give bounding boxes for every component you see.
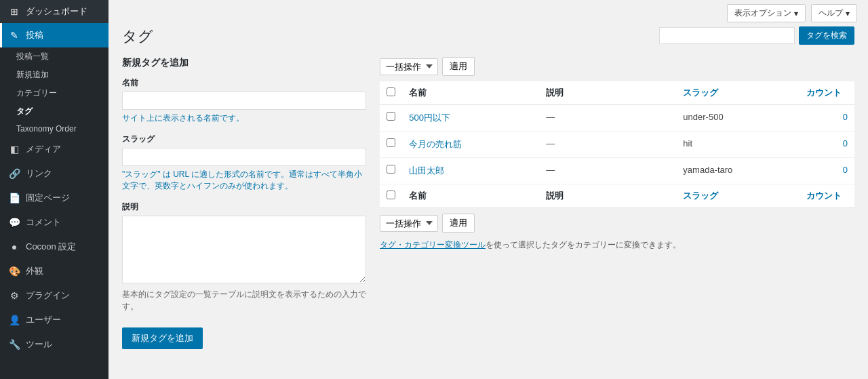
sidebar: ⊞ ダッシュボード ✎ 投稿 投稿一覧 新規追加 カテゴリー タグ Taxono…	[0, 0, 108, 379]
top-bar: 表示オプション ▾ ヘルプ ▾	[108, 0, 868, 26]
tools-icon: 🔧	[8, 339, 20, 350]
tag-name-link[interactable]: 今月の売れ筋	[409, 139, 462, 149]
bulk-action-select-top[interactable]: 一括操作 削除	[380, 58, 438, 75]
sidebar-sub-category[interactable]: カテゴリー	[0, 84, 108, 102]
table-row: 山田太郎 — yamada-taro 0	[380, 158, 854, 184]
row-description-cell: —	[539, 132, 676, 158]
media-icon: ◧	[8, 144, 20, 155]
sidebar-item-posts[interactable]: ✎ 投稿	[0, 23, 108, 47]
col-footer-slug: スラッグ	[676, 184, 800, 208]
slug-input[interactable]	[122, 148, 366, 166]
count-sort-link-footer[interactable]: カウント	[806, 191, 842, 201]
col-header-name: 名前	[402, 81, 539, 105]
links-icon: 🔗	[8, 168, 20, 179]
col-header-slug: スラッグ	[676, 81, 800, 105]
row-checkbox-cell	[380, 132, 402, 158]
submit-add-tag-button[interactable]: 新規タグを追加	[122, 327, 203, 349]
bulk-apply-button-bottom[interactable]: 適用	[442, 214, 475, 233]
row-description-cell: —	[539, 158, 676, 184]
sidebar-item-tools[interactable]: 🔧 ツール	[0, 332, 108, 357]
tag-name-link[interactable]: 500円以下	[409, 113, 450, 123]
sidebar-item-label: コメント	[26, 216, 61, 228]
display-options-button[interactable]: 表示オプション ▾	[727, 4, 806, 22]
row-name-cell: 山田太郎	[402, 158, 539, 184]
sidebar-item-media[interactable]: ◧ メディア	[0, 137, 108, 161]
select-all-footer	[380, 184, 402, 208]
bulk-apply-button-top[interactable]: 適用	[442, 57, 475, 76]
tag-search-input[interactable]	[659, 27, 795, 44]
add-tag-form: 新規タグを追加 名前 サイト上に表示される名前です。 スラッグ "スラッグ" は…	[122, 57, 366, 349]
select-all-checkbox[interactable]	[387, 87, 395, 96]
sidebar-item-plugins[interactable]: ⚙ プラグイン	[0, 283, 108, 308]
row-checkbox[interactable]	[387, 165, 395, 174]
row-slug-cell: hit	[676, 132, 800, 158]
plugins-icon: ⚙	[8, 290, 20, 301]
bulk-action-select-bottom[interactable]: 一括操作 削除	[380, 215, 438, 232]
row-checkbox-cell	[380, 158, 402, 184]
description-textarea[interactable]	[122, 216, 366, 283]
table-row: 今月の売れ筋 — hit 0	[380, 132, 854, 158]
sidebar-item-dashboard[interactable]: ⊞ ダッシュボード	[0, 0, 108, 23]
bulk-bar-bottom: 一括操作 削除 適用	[380, 214, 854, 233]
chevron-down-icon: ▾	[794, 9, 798, 18]
row-count-cell: 0	[800, 158, 854, 184]
sidebar-item-cocoon[interactable]: ● Cocoon 設定	[0, 235, 108, 259]
name-input[interactable]	[122, 92, 366, 110]
name-hint: サイト上に表示される名前です。	[122, 113, 366, 124]
cocoon-icon: ●	[8, 241, 20, 252]
sidebar-sub-new-post[interactable]: 新規追加	[0, 66, 108, 84]
row-checkbox[interactable]	[387, 138, 395, 147]
table-header-row: 名前 説明 スラッグ カウント	[380, 81, 854, 105]
table-footer-row: 名前 説明 スラッグ カウント	[380, 184, 854, 208]
row-name-cell: 今月の売れ筋	[402, 132, 539, 158]
name-label: 名前	[122, 77, 366, 89]
slug-sort-link-footer[interactable]: スラッグ	[683, 191, 718, 201]
description-hint: 基本的にタグ設定の一覧テーブルに説明文を表示するための入力です。	[122, 288, 366, 313]
display-options-label: 表示オプション	[734, 7, 791, 19]
row-count-cell: 0	[800, 132, 854, 158]
sidebar-sub-tag[interactable]: タグ	[0, 102, 108, 121]
row-checkbox[interactable]	[387, 112, 395, 121]
sidebar-item-label: ユーザー	[26, 314, 61, 326]
sidebar-item-label: リンク	[26, 167, 52, 180]
row-slug-cell: yamada-taro	[676, 158, 800, 184]
help-label: ヘルプ	[818, 7, 843, 19]
posts-icon: ✎	[8, 30, 20, 41]
sidebar-item-pages[interactable]: 📄 固定ページ	[0, 186, 108, 210]
content-area: 新規タグを追加 名前 サイト上に表示される名前です。 スラッグ "スラッグ" は…	[108, 57, 868, 363]
users-icon: 👤	[8, 315, 20, 325]
tags-table: 名前 説明 スラッグ カウント	[380, 81, 854, 208]
sidebar-item-users[interactable]: 👤 ユーザー	[0, 308, 108, 332]
tag-name-link[interactable]: 山田太郎	[409, 165, 444, 176]
sidebar-item-appearance[interactable]: 🎨 外観	[0, 259, 108, 283]
sidebar-sub-taxonomy-order[interactable]: Taxonomy Order	[0, 121, 108, 137]
tag-search-button[interactable]: タグを検索	[799, 26, 854, 45]
slug-sort-link[interactable]: スラッグ	[683, 87, 718, 98]
table-row: 500円以下 — under-500 0	[380, 105, 854, 132]
sidebar-sub-post-list[interactable]: 投稿一覧	[0, 47, 108, 66]
sidebar-item-label: プラグイン	[26, 290, 70, 302]
comments-icon: 💬	[8, 217, 20, 228]
form-title: 新規タグを追加	[122, 57, 366, 69]
main-content: 表示オプション ▾ ヘルプ ▾ タグ タグを検索 新規タグを追加	[108, 0, 868, 379]
col-header-description: 説明	[539, 81, 676, 105]
sidebar-item-links[interactable]: 🔗 リンク	[0, 161, 108, 186]
footer-conversion-text: タグ・カテゴリー変換ツールを使って選択したタグをカテゴリーに変換できます。	[380, 239, 854, 251]
col-header-count: カウント	[800, 81, 854, 105]
select-all-header	[380, 81, 402, 105]
sidebar-item-label: ダッシュボード	[26, 5, 87, 18]
page-title: タグ	[122, 26, 153, 47]
description-field-group: 説明 基本的にタグ設定の一覧テーブルに説明文を表示するための入力です。	[122, 201, 366, 313]
slug-field-group: スラッグ "スラッグ" は URL に適した形式の名前です。通常はすべて半角小文…	[122, 134, 366, 192]
tag-category-conversion-link[interactable]: タグ・カテゴリー変換ツール	[380, 240, 486, 250]
select-all-checkbox-footer[interactable]	[387, 191, 395, 199]
col-footer-count: カウント	[800, 184, 854, 208]
count-sort-link[interactable]: カウント	[806, 87, 842, 98]
dashboard-icon: ⊞	[8, 6, 20, 17]
sidebar-item-label: ツール	[26, 338, 52, 351]
sidebar-item-comments[interactable]: 💬 コメント	[0, 210, 108, 235]
help-button[interactable]: ヘルプ ▾	[811, 4, 857, 22]
slug-label: スラッグ	[122, 134, 366, 145]
sidebar-item-label: 外観	[26, 265, 43, 277]
chevron-down-icon: ▾	[846, 9, 850, 18]
